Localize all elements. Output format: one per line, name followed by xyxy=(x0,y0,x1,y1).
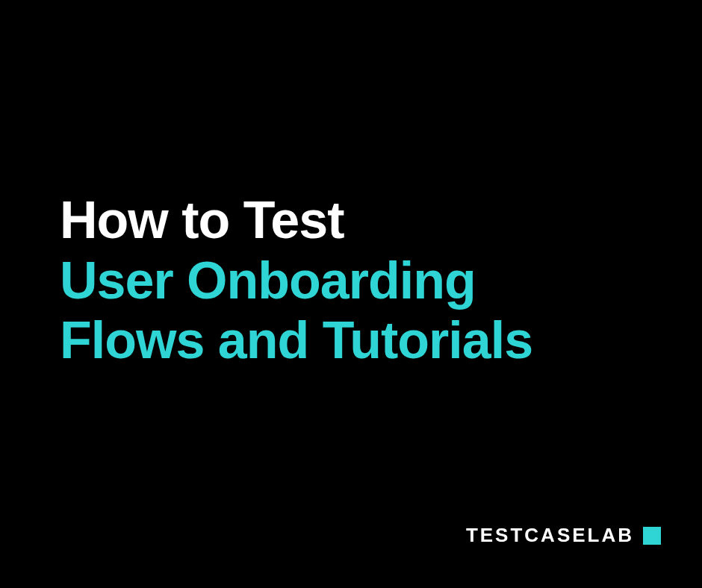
brand-text: TESTCASELAB xyxy=(466,524,634,547)
main-title: How to Test User Onboarding Flows and Tu… xyxy=(60,190,532,371)
title-line-accent-2: Flows and Tutorials xyxy=(60,310,532,371)
title-line-accent-1: User Onboarding xyxy=(60,251,532,311)
brand-logo: TESTCASELAB xyxy=(466,524,661,547)
square-icon xyxy=(643,527,661,545)
title-line-white: How to Test xyxy=(60,190,532,251)
